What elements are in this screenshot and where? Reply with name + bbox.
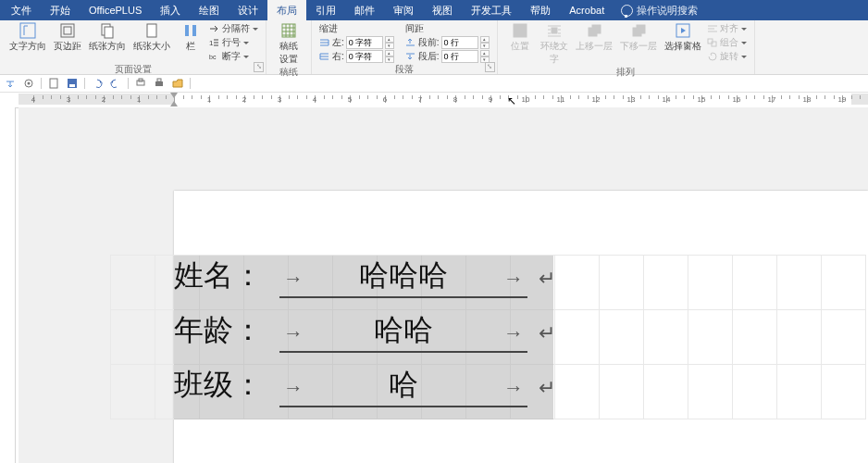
tab-layout[interactable]: 布局 — [267, 0, 306, 21]
field-label: 年龄： — [174, 310, 276, 351]
field-value: 哈 — [389, 365, 418, 406]
size-button[interactable]: 纸张大小 — [130, 22, 174, 53]
qat-undo-icon[interactable] — [91, 77, 104, 90]
svg-rect-13 — [552, 28, 557, 33]
indent-left-icon — [319, 38, 330, 47]
columns-button[interactable]: 栏 — [174, 22, 207, 53]
hanging-indent-marker[interactable] — [170, 101, 178, 106]
spacing-heading: 间距 — [405, 22, 490, 35]
ribbon-tab-strip: 文件 开始 OfficePLUS 插入 绘图 设计 布局 引用 邮件 审阅 视图… — [0, 0, 868, 20]
tab-start[interactable]: 开始 — [41, 0, 80, 21]
qat-print-icon[interactable] — [153, 77, 166, 90]
hyphenation-icon: bc — [209, 52, 220, 61]
group-label-page-setup: 页面设置 — [6, 63, 260, 77]
doc-line[interactable]: 班级：→哈→↵ — [174, 365, 572, 419]
tab-arrow-icon: → — [503, 267, 524, 291]
qat-new-icon[interactable] — [47, 77, 60, 90]
tab-help[interactable]: 帮助 — [521, 0, 560, 21]
group-manuscript: 稿纸 设置 稿纸 — [267, 20, 312, 74]
wrap-text-button: 环绕文 字 — [537, 22, 572, 66]
underlined-field[interactable]: →哈哈哈→ — [279, 256, 527, 298]
text-direction-button[interactable]: 文字方向 — [6, 22, 50, 53]
line-numbers-icon: 1 — [209, 38, 220, 47]
qat-open-icon[interactable] — [171, 77, 184, 90]
qat-touch-mode-icon[interactable] — [22, 77, 35, 90]
breaks-icon — [209, 24, 220, 33]
indent-right-spinner[interactable]: 右: ▴▾ — [319, 50, 394, 63]
indent-right-icon — [319, 52, 330, 61]
tab-mailings[interactable]: 邮件 — [345, 0, 384, 21]
spacing-after-input[interactable] — [441, 50, 478, 63]
qat-customize-icon[interactable] — [4, 77, 17, 90]
hyphenation-button[interactable]: bc断字 — [209, 50, 258, 63]
tab-design[interactable]: 设计 — [229, 0, 267, 21]
svg-text:bc: bc — [209, 54, 217, 60]
svg-text:1: 1 — [209, 39, 214, 47]
tab-officeplus[interactable]: OfficePLUS — [80, 1, 151, 19]
tab-references[interactable]: 引用 — [306, 0, 345, 21]
spacing-before-icon — [405, 38, 416, 47]
line-numbers-button[interactable]: 1行号 — [209, 36, 258, 49]
svg-rect-28 — [155, 81, 163, 86]
tab-file[interactable]: 文件 — [2, 0, 41, 21]
indent-left-input[interactable] — [346, 36, 383, 49]
indent-left-spinner[interactable]: 左: ▴▾ — [319, 36, 394, 49]
indent-right-input[interactable] — [346, 50, 383, 63]
qat-redo-icon[interactable] — [109, 77, 122, 90]
page-setup-launcher[interactable]: ⤡ — [254, 62, 264, 72]
doc-line[interactable]: 年龄：→哈哈→↵ — [174, 310, 572, 365]
tab-arrow-icon: → — [283, 376, 304, 400]
svg-rect-1 — [61, 24, 74, 37]
paragraph-mark-icon: ↵ — [539, 376, 555, 400]
align-button: 对齐 — [707, 22, 747, 35]
svg-point-22 — [28, 82, 31, 85]
workspace: 432112345678910111213141516171819 ↖ 居中式制… — [0, 93, 868, 463]
svg-rect-29 — [157, 79, 161, 81]
first-line-indent-marker[interactable] — [170, 93, 178, 98]
ribbon-body: 文字方向 页边距 纸张方向 纸张大小 栏 分隔符 1行号 bc断字 — [0, 20, 868, 75]
selection-pane-icon — [674, 22, 692, 39]
page-area: 姓名：→哈哈哈→↵年龄：→哈哈→↵班级：→哈→↵ — [19, 107, 868, 463]
rotate-icon — [707, 52, 718, 61]
tab-view[interactable]: 视图 — [423, 0, 462, 21]
underlined-field[interactable]: →哈哈→ — [279, 310, 527, 353]
bring-forward-icon — [585, 22, 603, 39]
selection-pane-button[interactable]: 选择窗格 — [661, 22, 705, 53]
wrap-text-icon — [545, 22, 564, 39]
group-paragraph: 缩进 左: ▴▾ 右: ▴▾ 间距 段前: — [312, 20, 498, 74]
field-value: 哈哈 — [374, 310, 433, 351]
manuscript-icon — [279, 22, 298, 39]
svg-rect-2 — [64, 27, 71, 34]
spacing-before-input[interactable] — [441, 36, 478, 49]
margins-icon — [58, 22, 77, 39]
svg-rect-0 — [20, 23, 35, 38]
vertical-ruler[interactable] — [0, 107, 16, 463]
svg-rect-23 — [50, 79, 57, 88]
svg-rect-5 — [147, 24, 156, 37]
svg-rect-17 — [633, 28, 641, 36]
tab-draw[interactable]: 绘图 — [190, 0, 229, 21]
qat-save-icon[interactable] — [66, 77, 79, 90]
field-label: 班级： — [174, 365, 276, 406]
tab-insert[interactable]: 插入 — [151, 0, 190, 21]
tell-me-search[interactable]: 操作说明搜索 — [621, 4, 698, 18]
horizontal-ruler[interactable]: 432112345678910111213141516171819 ↖ 居中式制… — [0, 93, 868, 108]
manuscript-settings-button[interactable]: 稿纸 设置 — [272, 22, 305, 66]
tab-review[interactable]: 审阅 — [384, 0, 423, 21]
tab-arrow-icon: → — [283, 321, 304, 345]
doc-line[interactable]: 姓名：→哈哈哈→↵ — [174, 256, 572, 310]
spacing-after-spinner[interactable]: 段后: ▴▾ — [405, 50, 490, 63]
lightbulb-icon — [621, 5, 633, 17]
document-content[interactable]: 姓名：→哈哈哈→↵年龄：→哈哈→↵班级：→哈→↵ — [174, 256, 572, 419]
tab-developer[interactable]: 开发工具 — [462, 0, 521, 21]
margins-button[interactable]: 页边距 — [50, 22, 85, 53]
spacing-before-spinner[interactable]: 段前: ▴▾ — [405, 36, 490, 49]
underlined-field[interactable]: →哈→ — [279, 365, 527, 407]
paragraph-launcher[interactable]: ⤡ — [485, 62, 495, 72]
orientation-icon — [98, 22, 117, 39]
orientation-button[interactable]: 纸张方向 — [85, 22, 130, 53]
breaks-button[interactable]: 分隔符 — [209, 22, 258, 35]
svg-rect-12 — [515, 26, 520, 31]
qat-print-preview-icon[interactable] — [134, 77, 147, 90]
tab-acrobat[interactable]: Acrobat — [560, 1, 614, 19]
